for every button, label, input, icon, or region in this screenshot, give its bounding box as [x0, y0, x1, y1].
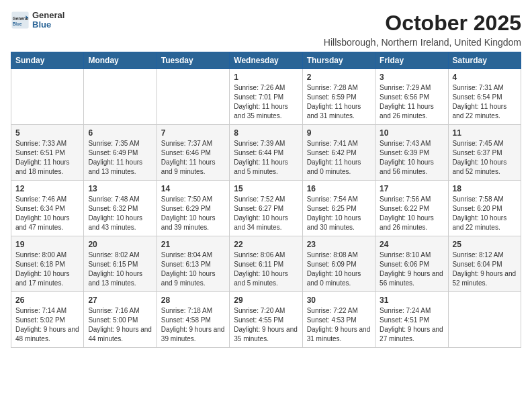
calendar-cell: 20Sunrise: 8:02 AM Sunset: 6:15 PM Dayli… [84, 236, 157, 292]
day-number: 26 [15, 295, 79, 305]
calendar-cell: 9Sunrise: 7:41 AM Sunset: 6:42 PM Daylig… [302, 125, 375, 181]
logo-blue-text: Blue [32, 20, 64, 30]
calendar-day-header: Saturday [448, 52, 521, 69]
day-number: 24 [380, 240, 443, 249]
calendar-cell: 19Sunrise: 8:00 AM Sunset: 6:18 PM Dayli… [11, 236, 84, 292]
day-info: Sunrise: 7:26 AM Sunset: 7:01 PM Dayligh… [234, 83, 298, 121]
calendar-table: SundayMondayTuesdayWednesdayThursdayFrid… [11, 52, 521, 348]
day-number: 8 [234, 128, 298, 138]
day-info: Sunrise: 7:16 AM Sunset: 5:00 PM Dayligh… [88, 306, 152, 344]
day-info: Sunrise: 8:04 AM Sunset: 6:13 PM Dayligh… [161, 250, 225, 288]
day-number: 25 [453, 240, 517, 249]
calendar-cell: 22Sunrise: 8:06 AM Sunset: 6:11 PM Dayli… [230, 236, 302, 292]
day-info: Sunrise: 7:43 AM Sunset: 6:39 PM Dayligh… [380, 139, 443, 177]
day-info: Sunrise: 7:56 AM Sunset: 6:22 PM Dayligh… [380, 195, 443, 232]
day-info: Sunrise: 7:31 AM Sunset: 6:54 PM Dayligh… [453, 83, 517, 121]
calendar-cell: 17Sunrise: 7:56 AM Sunset: 6:22 PM Dayli… [375, 181, 448, 236]
day-info: Sunrise: 7:18 AM Sunset: 4:58 PM Dayligh… [161, 306, 225, 344]
day-info: Sunrise: 7:22 AM Sunset: 4:53 PM Dayligh… [307, 306, 371, 344]
day-number: 19 [15, 240, 79, 249]
calendar-cell: 30Sunrise: 7:22 AM Sunset: 4:53 PM Dayli… [302, 292, 375, 348]
day-info: Sunrise: 7:33 AM Sunset: 6:51 PM Dayligh… [15, 139, 79, 177]
day-info: Sunrise: 7:41 AM Sunset: 6:42 PM Dayligh… [307, 139, 371, 177]
logo-general-text: General [32, 11, 64, 20]
calendar-cell: 23Sunrise: 8:08 AM Sunset: 6:09 PM Dayli… [302, 236, 375, 292]
day-number: 13 [88, 184, 152, 193]
day-number: 29 [234, 295, 298, 305]
calendar-cell: 15Sunrise: 7:52 AM Sunset: 6:27 PM Dayli… [230, 181, 302, 236]
calendar-cell: 18Sunrise: 7:58 AM Sunset: 6:20 PM Dayli… [448, 181, 521, 236]
day-number: 16 [307, 184, 371, 193]
day-number: 7 [161, 128, 225, 138]
calendar-day-header: Monday [84, 52, 157, 69]
day-info: Sunrise: 8:00 AM Sunset: 6:18 PM Dayligh… [15, 250, 79, 288]
day-info: Sunrise: 7:48 AM Sunset: 6:32 PM Dayligh… [88, 195, 152, 232]
day-number: 14 [161, 184, 225, 193]
logo-icon: General Blue [11, 11, 30, 30]
page-header: General Blue General Blue October 2025 H… [11, 11, 521, 48]
calendar-cell: 12Sunrise: 7:46 AM Sunset: 6:34 PM Dayli… [11, 181, 84, 236]
calendar-day-header: Friday [375, 52, 448, 69]
day-info: Sunrise: 7:20 AM Sunset: 4:55 PM Dayligh… [234, 306, 298, 344]
calendar-cell: 14Sunrise: 7:50 AM Sunset: 6:29 PM Dayli… [157, 181, 229, 236]
title-area: October 2025 Hillsborough, Northern Irel… [324, 11, 521, 48]
calendar-cell: 29Sunrise: 7:20 AM Sunset: 4:55 PM Dayli… [230, 292, 302, 348]
day-number: 23 [307, 240, 371, 249]
calendar-week-row: 12Sunrise: 7:46 AM Sunset: 6:34 PM Dayli… [11, 181, 521, 236]
day-info: Sunrise: 7:35 AM Sunset: 6:49 PM Dayligh… [88, 139, 152, 177]
calendar-cell: 1Sunrise: 7:26 AM Sunset: 7:01 PM Daylig… [230, 69, 302, 125]
day-number: 18 [453, 184, 517, 193]
day-number: 31 [380, 295, 443, 305]
calendar-day-header: Tuesday [157, 52, 229, 69]
calendar-cell: 6Sunrise: 7:35 AM Sunset: 6:49 PM Daylig… [84, 125, 157, 181]
svg-text:Blue: Blue [13, 21, 22, 26]
location-title: Hillsborough, Northern Ireland, United K… [324, 37, 521, 48]
calendar-cell: 10Sunrise: 7:43 AM Sunset: 6:39 PM Dayli… [375, 125, 448, 181]
month-title: October 2025 [324, 11, 521, 36]
day-info: Sunrise: 8:08 AM Sunset: 6:09 PM Dayligh… [307, 250, 371, 288]
day-number: 10 [380, 128, 443, 138]
calendar-cell: 4Sunrise: 7:31 AM Sunset: 6:54 PM Daylig… [448, 69, 521, 125]
day-info: Sunrise: 7:50 AM Sunset: 6:29 PM Dayligh… [161, 195, 225, 232]
calendar-day-header: Wednesday [230, 52, 302, 69]
calendar-cell [11, 69, 84, 125]
day-number: 30 [307, 295, 371, 305]
day-info: Sunrise: 7:37 AM Sunset: 6:46 PM Dayligh… [161, 139, 225, 177]
calendar-cell [157, 69, 229, 125]
calendar-cell: 13Sunrise: 7:48 AM Sunset: 6:32 PM Dayli… [84, 181, 157, 236]
day-info: Sunrise: 7:45 AM Sunset: 6:37 PM Dayligh… [453, 139, 517, 177]
day-info: Sunrise: 7:14 AM Sunset: 5:02 PM Dayligh… [15, 306, 79, 344]
day-info: Sunrise: 8:12 AM Sunset: 6:04 PM Dayligh… [453, 250, 517, 288]
calendar-cell: 28Sunrise: 7:18 AM Sunset: 4:58 PM Dayli… [157, 292, 229, 348]
day-number: 20 [88, 240, 152, 249]
day-number: 22 [234, 240, 298, 249]
day-number: 4 [453, 73, 517, 82]
day-info: Sunrise: 8:02 AM Sunset: 6:15 PM Dayligh… [88, 250, 152, 288]
day-number: 21 [161, 240, 225, 249]
day-number: 2 [307, 73, 371, 82]
day-info: Sunrise: 7:28 AM Sunset: 6:59 PM Dayligh… [307, 83, 371, 121]
day-number: 1 [234, 73, 298, 82]
calendar-cell: 2Sunrise: 7:28 AM Sunset: 6:59 PM Daylig… [302, 69, 375, 125]
day-info: Sunrise: 7:46 AM Sunset: 6:34 PM Dayligh… [15, 195, 79, 232]
day-number: 27 [88, 295, 152, 305]
calendar-header-row: SundayMondayTuesdayWednesdayThursdayFrid… [11, 52, 521, 69]
calendar-cell: 25Sunrise: 8:12 AM Sunset: 6:04 PM Dayli… [448, 236, 521, 292]
day-number: 9 [307, 128, 371, 138]
day-number: 11 [453, 128, 517, 138]
calendar-week-row: 19Sunrise: 8:00 AM Sunset: 6:18 PM Dayli… [11, 236, 521, 292]
day-number: 15 [234, 184, 298, 193]
day-number: 6 [88, 128, 152, 138]
day-number: 12 [15, 184, 79, 193]
calendar-cell: 8Sunrise: 7:39 AM Sunset: 6:44 PM Daylig… [230, 125, 302, 181]
calendar-cell: 27Sunrise: 7:16 AM Sunset: 5:00 PM Dayli… [84, 292, 157, 348]
day-info: Sunrise: 7:29 AM Sunset: 6:56 PM Dayligh… [380, 83, 443, 121]
calendar-cell: 21Sunrise: 8:04 AM Sunset: 6:13 PM Dayli… [157, 236, 229, 292]
calendar-day-header: Thursday [302, 52, 375, 69]
calendar-cell: 31Sunrise: 7:24 AM Sunset: 4:51 PM Dayli… [375, 292, 448, 348]
calendar-day-header: Sunday [11, 52, 84, 69]
calendar-cell: 5Sunrise: 7:33 AM Sunset: 6:51 PM Daylig… [11, 125, 84, 181]
calendar-week-row: 1Sunrise: 7:26 AM Sunset: 7:01 PM Daylig… [11, 69, 521, 125]
calendar-cell: 16Sunrise: 7:54 AM Sunset: 6:25 PM Dayli… [302, 181, 375, 236]
day-info: Sunrise: 7:39 AM Sunset: 6:44 PM Dayligh… [234, 139, 298, 177]
